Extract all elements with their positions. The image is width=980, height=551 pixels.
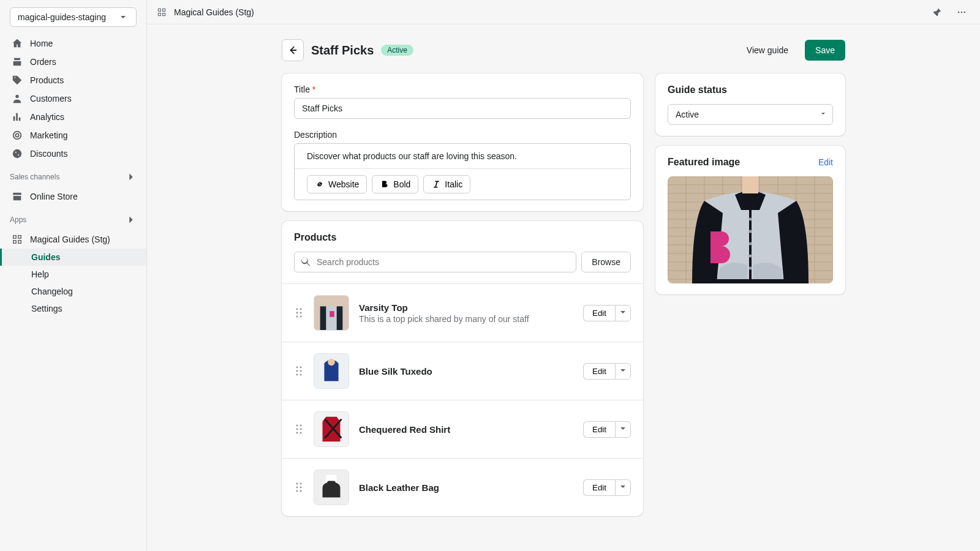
status-badge: Active bbox=[381, 45, 413, 56]
sidebar-item-orders[interactable]: Orders bbox=[0, 53, 146, 71]
product-edit-button[interactable]: Edit bbox=[583, 479, 615, 496]
svg-point-35 bbox=[328, 359, 335, 366]
bold-icon bbox=[380, 179, 390, 189]
sidebar-item-app-magical-guides[interactable]: Magical Guides (Stg) bbox=[0, 230, 146, 249]
page-title: Staff Picks bbox=[311, 43, 374, 58]
chevron-right-icon[interactable] bbox=[126, 171, 137, 182]
save-button[interactable]: Save bbox=[805, 40, 845, 61]
sidebar-item-analytics[interactable]: Analytics bbox=[0, 108, 146, 126]
tag-icon bbox=[12, 75, 23, 86]
product-more-button[interactable] bbox=[615, 421, 631, 438]
button-label: Bold bbox=[393, 179, 410, 189]
product-more-button[interactable] bbox=[615, 479, 631, 496]
product-edit-button[interactable]: Edit bbox=[583, 421, 615, 438]
analytics-icon bbox=[12, 111, 23, 122]
sidebar-item-label: Home bbox=[30, 39, 53, 48]
drag-handle-icon[interactable] bbox=[294, 424, 304, 434]
main: Staff Picks Active View guide Save Title bbox=[147, 24, 980, 551]
sidebar-item-label: Customers bbox=[30, 94, 72, 103]
sidebar-item-label: Discounts bbox=[30, 149, 67, 159]
view-guide-button[interactable]: View guide bbox=[736, 40, 799, 61]
pin-button[interactable] bbox=[929, 4, 946, 21]
card-details: Title * Description Discover what produc… bbox=[282, 73, 643, 211]
svg-rect-26 bbox=[337, 306, 343, 330]
search-icon bbox=[300, 256, 311, 269]
svg-rect-8 bbox=[13, 241, 17, 244]
product-row: Chequered Red Shirt Edit bbox=[282, 400, 643, 458]
topbar: Magical Guides (Stg) bbox=[147, 0, 980, 24]
browse-button[interactable]: Browse bbox=[581, 252, 631, 272]
svg-rect-62 bbox=[698, 279, 802, 283]
rte-bold-button[interactable]: Bold bbox=[372, 175, 418, 193]
guide-status-select[interactable]: Active bbox=[668, 104, 833, 125]
svg-point-38 bbox=[296, 429, 298, 430]
back-button[interactable] bbox=[282, 39, 304, 61]
product-more-button[interactable] bbox=[615, 363, 631, 380]
sidebar-subitem-help[interactable]: Help bbox=[0, 266, 146, 283]
target-icon bbox=[12, 130, 23, 141]
svg-point-47 bbox=[296, 490, 298, 492]
sidebar-item-home[interactable]: Home bbox=[0, 34, 146, 53]
svg-point-15 bbox=[961, 11, 963, 13]
product-thumbnail bbox=[314, 295, 349, 331]
store-switcher-label: magical-guides-staging bbox=[18, 12, 106, 22]
svg-point-22 bbox=[300, 316, 302, 318]
chevron-right-icon[interactable] bbox=[126, 214, 137, 225]
rte-website-button[interactable]: Website bbox=[307, 175, 367, 193]
svg-point-21 bbox=[296, 316, 298, 318]
sidebar-item-products[interactable]: Products bbox=[0, 71, 146, 89]
rte-italic-button[interactable]: Italic bbox=[423, 175, 470, 193]
featured-image bbox=[668, 176, 833, 283]
svg-rect-9 bbox=[18, 241, 21, 244]
sidebar-subitem-settings[interactable]: Settings bbox=[0, 300, 146, 317]
home-icon bbox=[12, 38, 23, 49]
svg-rect-51 bbox=[327, 481, 336, 484]
svg-rect-10 bbox=[158, 9, 160, 11]
nav-primary: Home Orders Products Customers Analytics… bbox=[0, 32, 146, 165]
svg-point-39 bbox=[300, 429, 302, 430]
store-icon bbox=[12, 191, 23, 202]
svg-point-29 bbox=[300, 367, 302, 369]
sidebar-subitem-changelog[interactable]: Changelog bbox=[0, 283, 146, 300]
sidebar-item-discounts[interactable]: Discounts bbox=[0, 144, 146, 163]
svg-point-31 bbox=[300, 370, 302, 372]
title-input[interactable] bbox=[294, 98, 631, 119]
product-thumbnail bbox=[314, 470, 349, 505]
sidebar-item-label: Analytics bbox=[30, 112, 64, 122]
sidebar-item-customers[interactable]: Customers bbox=[0, 89, 146, 108]
more-button[interactable] bbox=[953, 4, 970, 21]
sidebar-item-online-store[interactable]: Online Store bbox=[0, 187, 146, 206]
description-textarea[interactable]: Discover what products our staff are lov… bbox=[295, 144, 630, 168]
drag-handle-icon[interactable] bbox=[294, 308, 304, 318]
product-edit-button[interactable]: Edit bbox=[583, 363, 615, 380]
svg-point-28 bbox=[296, 367, 298, 369]
product-edit-button[interactable]: Edit bbox=[583, 305, 615, 321]
person-icon bbox=[12, 93, 23, 104]
store-switcher[interactable]: magical-guides-staging bbox=[10, 7, 137, 27]
product-search-input[interactable] bbox=[294, 252, 576, 272]
svg-rect-13 bbox=[163, 13, 165, 15]
caret-down-icon bbox=[620, 367, 625, 376]
svg-point-19 bbox=[296, 312, 298, 314]
drag-handle-icon[interactable] bbox=[294, 482, 304, 492]
product-more-button[interactable] bbox=[615, 305, 631, 321]
page-header: Staff Picks Active View guide Save bbox=[282, 39, 845, 61]
breadcrumb[interactable]: Magical Guides (Stg) bbox=[174, 7, 254, 17]
svg-point-2 bbox=[15, 133, 18, 137]
caret-down-icon bbox=[620, 309, 625, 318]
label-text: Title bbox=[294, 84, 310, 94]
svg-point-43 bbox=[296, 483, 298, 485]
product-title: Black Leather Bag bbox=[359, 482, 439, 493]
rte-toolbar: Website Bold Italic bbox=[295, 168, 630, 200]
svg-point-40 bbox=[296, 432, 298, 434]
svg-point-32 bbox=[296, 374, 298, 376]
svg-rect-55 bbox=[742, 176, 758, 193]
drag-handle-icon[interactable] bbox=[294, 366, 304, 376]
svg-point-60 bbox=[749, 255, 752, 258]
description-label: Description bbox=[294, 130, 631, 140]
featured-image-edit-link[interactable]: Edit bbox=[818, 157, 833, 167]
sidebar-subitem-guides[interactable]: Guides bbox=[0, 249, 146, 266]
description-editor: Discover what products our staff are lov… bbox=[294, 143, 631, 200]
sidebar-item-marketing[interactable]: Marketing bbox=[0, 126, 146, 144]
sidebar-item-label: Help bbox=[31, 269, 49, 279]
